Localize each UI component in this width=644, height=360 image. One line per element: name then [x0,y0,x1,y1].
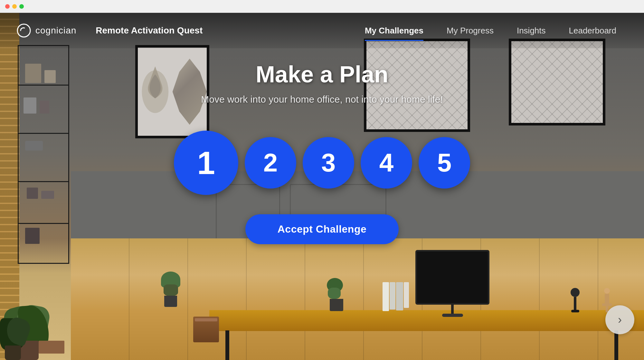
step-bubble-5[interactable]: 5 [419,137,470,189]
svg-point-1 [17,24,30,37]
minimize-button[interactable] [12,4,17,9]
content-area: Make a Plan Move work into your home off… [0,48,644,360]
next-arrow-icon: › [618,313,622,327]
step-bubble-4[interactable]: 4 [361,137,412,189]
window-chrome [0,0,644,13]
nav-links: My Challenges My Progress Insights Leade… [353,21,628,41]
nav-leaderboard[interactable]: Leaderboard [557,21,628,41]
nav-insights[interactable]: Insights [505,21,557,41]
step-bubble-3[interactable]: 3 [303,137,354,189]
app-container: cognician Remote Activation Quest My Cha… [0,13,644,360]
challenge-title: Make a Plan [256,61,388,88]
nav-my-progress[interactable]: My Progress [435,21,505,41]
step-bubble-2[interactable]: 2 [245,137,296,189]
step-bubble-1[interactable]: 1 [174,131,238,195]
cognician-logo-icon [16,23,32,38]
navbar: cognician Remote Activation Quest My Cha… [0,13,644,48]
maximize-button[interactable] [19,4,24,9]
logo-area[interactable]: cognician [16,23,76,38]
quest-title: Remote Activation Quest [96,25,203,36]
nav-my-challenges[interactable]: My Challenges [353,21,435,41]
next-arrow-button[interactable]: › [605,305,634,334]
close-button[interactable] [5,4,10,9]
logo-text: cognician [35,25,76,36]
challenge-subtitle: Move work into your home office, not int… [201,94,443,105]
accept-challenge-button[interactable]: Accept Challenge [245,214,399,244]
steps-container: 1 2 3 4 5 [174,131,470,195]
